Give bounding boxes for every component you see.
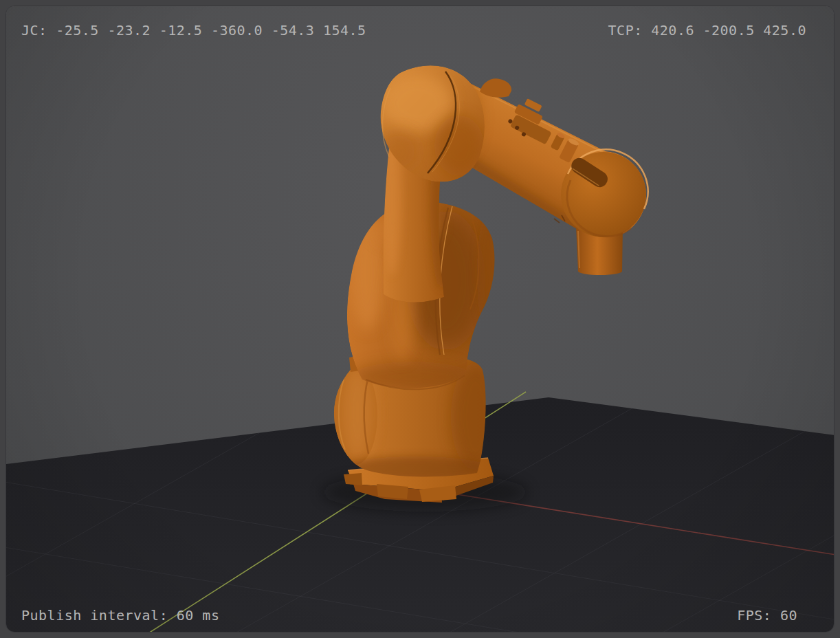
fps-readout: FPS: 60 — [737, 607, 797, 624]
publish-interval-readout: Publish interval: 60 ms — [21, 607, 219, 624]
vignette-overlay — [5, 6, 835, 632]
joint-coords-readout: JC: -25.5 -23.2 -12.5 -360.0 -54.3 154.5 — [21, 22, 366, 38]
app-root: { "hud": { "joint_coordinates": { "label… — [0, 0, 840, 638]
scene-canvas — [5, 6, 835, 632]
tcp-readout: TCP: 420.6 -200.5 425.0 — [608, 22, 806, 38]
viewport-3d[interactable]: JC: -25.5 -23.2 -12.5 -360.0 -54.3 154.5… — [5, 6, 835, 632]
